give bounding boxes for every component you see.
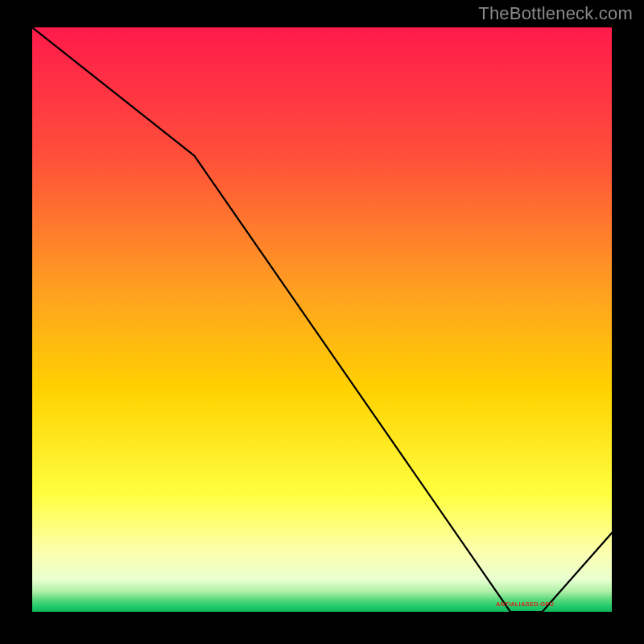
chart-container: TheBottleneck.com ANTIALIASED-GPU	[0, 0, 644, 644]
gradient-background	[32, 27, 612, 612]
plot-area: ANTIALIASED-GPU	[32, 27, 612, 612]
chart-svg	[32, 27, 612, 612]
series-annotation: ANTIALIASED-GPU	[496, 600, 554, 607]
watermark-text: TheBottleneck.com	[478, 3, 633, 24]
